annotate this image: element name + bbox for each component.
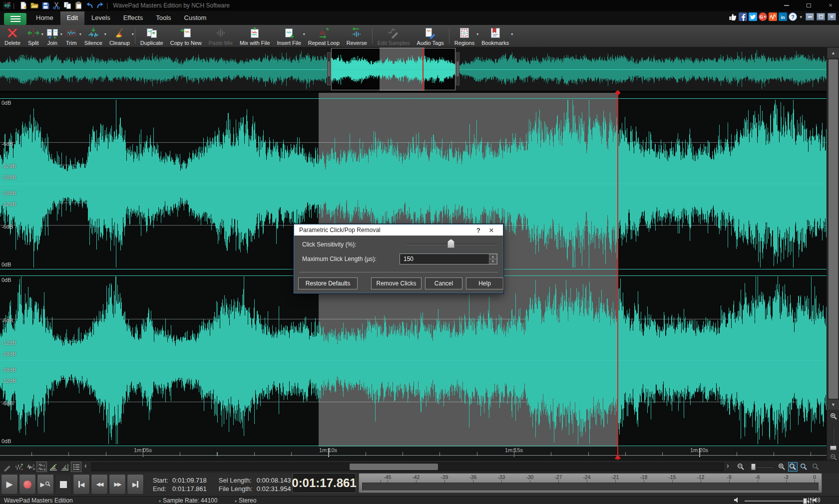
volume-slider-thumb[interactable] [803,498,807,504]
linkedin-icon[interactable]: in [779,12,787,21]
copy-to-new-button[interactable]: Copy to New [167,25,205,47]
spinner-up-button[interactable]: ▲ [489,254,497,259]
cleanup-button[interactable]: Cleanup▾ [106,25,133,47]
level-ramp-alt-icon[interactable] [59,462,70,472]
tab-levels[interactable]: Levels [85,11,117,25]
overview-left-handle[interactable] [327,52,331,85]
chevron-down-icon[interactable]: ▾ [132,32,134,36]
zoom-slider-thumb[interactable] [751,464,756,470]
sample-rate-selector[interactable]: ▾Sample Rate: 44100 [159,497,217,504]
reverse-button[interactable]: Reverse [343,25,371,47]
zoom-full-icon[interactable] [799,462,809,472]
paste-icon[interactable] [74,1,82,10]
scroll-right-button[interactable]: › [727,462,729,469]
channels-selector[interactable]: ▾Stereo [235,497,256,504]
trim-button[interactable]: Trim▾ [62,25,81,47]
join-button[interactable]: Join▾ [43,25,62,47]
nch-audio-icon[interactable] [769,12,777,21]
regions-button[interactable]: Regions▾ [451,25,478,47]
facebook-icon[interactable] [739,12,747,21]
app-minimize-button[interactable] [806,13,814,20]
app-restore-button[interactable] [817,13,825,20]
vertical-zoom-in-icon[interactable] [829,412,838,421]
save-icon[interactable] [41,1,49,10]
spinner-down-button[interactable]: ▼ [489,259,497,264]
time-ruler[interactable]: 1m:05s1m:10s1m:15s1m:20s [0,447,827,460]
open-folder-icon[interactable] [30,1,38,10]
click-sensitivity-slider-thumb[interactable] [447,239,454,248]
scroll-up-button[interactable]: ▲ [828,48,839,58]
dialog-title-bar[interactable]: Parametric Click/Pop Removal ? × [294,225,503,236]
split-button[interactable]: Split▾ [24,25,43,47]
play-from-cursor-button[interactable]: ▶ [37,474,54,495]
go-to-start-button[interactable]: ◀ [73,474,90,495]
window-minimize-button[interactable] [782,1,791,9]
vertical-zoom-slider-thumb[interactable] [830,446,837,450]
duplicate-button[interactable]: Duplicate [137,25,167,47]
zoom-in-icon[interactable] [777,462,787,472]
stop-button[interactable] [55,474,72,495]
remove-clicks-button[interactable]: Remove Clicks [371,277,421,289]
record-button[interactable] [19,474,36,495]
max-click-length-input[interactable] [400,253,497,264]
fast-forward-button[interactable]: ▶▶ [109,474,126,495]
cut-icon[interactable] [52,1,60,10]
go-to-end-button[interactable]: ▶ [127,474,144,495]
audio-tags-button[interactable]: Audio Tags [414,25,447,47]
dialog-close-button[interactable]: × [485,226,498,235]
zoom-out-icon[interactable] [736,462,746,472]
dialog-help-button[interactable]: ? [472,227,485,234]
playhead-cursor[interactable] [617,92,618,460]
tab-home[interactable]: Home [29,11,60,25]
volume-slider[interactable] [745,501,809,502]
wave-stereo-view-icon[interactable]: LR [36,462,47,472]
cancel-button[interactable]: Cancel [425,277,462,289]
googleplus-icon[interactable]: G [759,12,767,21]
repeat-loop-button[interactable]: Repeat Loop [305,25,343,47]
bookmarks-button[interactable]: Bookmarks▾ [478,25,512,47]
wave-left-right-icon[interactable]: LR [25,462,35,472]
playlist-icon[interactable] [71,462,81,472]
play-button[interactable]: ▶ [1,474,18,495]
window-close-button[interactable]: × [826,1,835,9]
playhead-bottom-marker[interactable] [615,454,621,459]
volume-low-icon[interactable] [734,497,741,504]
rewind-button[interactable]: ◀◀ [91,474,108,495]
app-close-button[interactable]: × [828,13,836,20]
twitter-icon[interactable] [749,12,757,21]
help-button[interactable]: Help [466,277,503,289]
insert-file-button[interactable]: Insert File▾ [274,25,305,47]
vertical-scroll-thumb[interactable] [829,59,838,399]
horizontal-scroll-thumb[interactable] [350,464,438,470]
tab-edit[interactable]: Edit [60,11,85,25]
tab-tools[interactable]: Tools [149,11,177,25]
like-icon[interactable] [729,12,737,21]
delete-button[interactable]: Delete [1,25,24,47]
paste-mix-button: Paste Mix [205,25,236,47]
mix-with-file-button[interactable]: Mix with File [236,25,274,47]
new-file-icon[interactable] [19,1,27,10]
scroll-down-button[interactable]: ▼ [828,400,839,410]
waveform-overview[interactable] [0,47,827,93]
chevron-down-icon[interactable]: ▾ [511,32,513,36]
menu-hamburger-button[interactable] [4,13,26,25]
zoom-selection-icon[interactable] [788,462,798,472]
copy-icon[interactable] [63,1,71,10]
overview-right-handle[interactable] [456,52,459,85]
horizontal-scrollbar[interactable] [91,463,724,471]
mixer-icon[interactable] [807,497,815,504]
overview-viewport-frame[interactable] [331,48,455,90]
silence-button[interactable]: Silence▾ [81,25,106,47]
chevron-down-icon[interactable]: ▾ [800,14,802,19]
window-restore-button[interactable] [804,1,813,9]
help-icon[interactable]: ? [789,12,797,21]
tab-custom[interactable]: Custom [178,11,213,25]
level-ramp-icon[interactable] [48,462,58,472]
tab-effects[interactable]: Effects [117,11,150,25]
restore-defaults-button[interactable]: Restore Defaults [298,277,358,289]
vertical-scrollbar[interactable]: ▲ ▼ [827,47,839,473]
wave-plus-minus-icon[interactable] [13,462,24,472]
redo-icon[interactable] [96,1,104,10]
scroll-left-button[interactable]: ‹ [84,462,87,469]
undo-icon[interactable] [85,1,93,10]
